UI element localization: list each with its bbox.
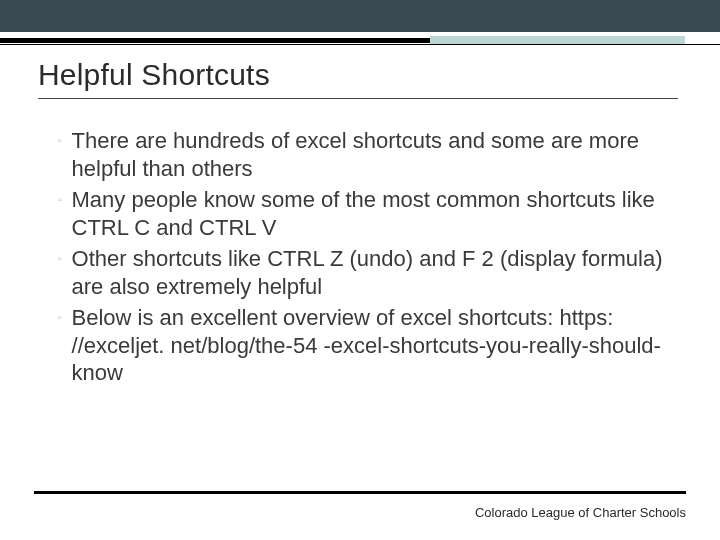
bullet-icon: ▫ <box>58 313 62 323</box>
bullet-text: Below is an excellent overview of excel … <box>72 304 666 387</box>
accent-thin-line <box>0 44 720 45</box>
slide-title: Helpful Shortcuts <box>38 58 678 99</box>
list-item: ▫ Below is an excellent overview of exce… <box>58 304 666 387</box>
accent-teal <box>430 36 685 44</box>
list-item: ▫ Many people know some of the most comm… <box>58 186 666 241</box>
slide: Helpful Shortcuts ▫ There are hundreds o… <box>0 0 720 540</box>
footer-text: Colorado League of Charter Schools <box>475 505 686 520</box>
list-item: ▫ Other shortcuts like CTRL Z (undo) and… <box>58 245 666 300</box>
list-item: ▫ There are hundreds of excel shortcuts … <box>58 127 666 182</box>
top-band <box>0 0 720 32</box>
slide-content: ▫ There are hundreds of excel shortcuts … <box>58 127 666 387</box>
bullet-list: ▫ There are hundreds of excel shortcuts … <box>58 127 666 387</box>
bullet-text: Many people know some of the most common… <box>72 186 666 241</box>
bullet-icon: ▫ <box>58 195 62 205</box>
bullet-icon: ▫ <box>58 254 62 264</box>
bullet-text: Other shortcuts like CTRL Z (undo) and F… <box>72 245 666 300</box>
accent-black <box>0 38 430 43</box>
bullet-icon: ▫ <box>58 136 62 146</box>
accent-bar <box>0 32 720 56</box>
footer-divider <box>34 491 686 494</box>
bullet-text: There are hundreds of excel shortcuts an… <box>72 127 666 182</box>
